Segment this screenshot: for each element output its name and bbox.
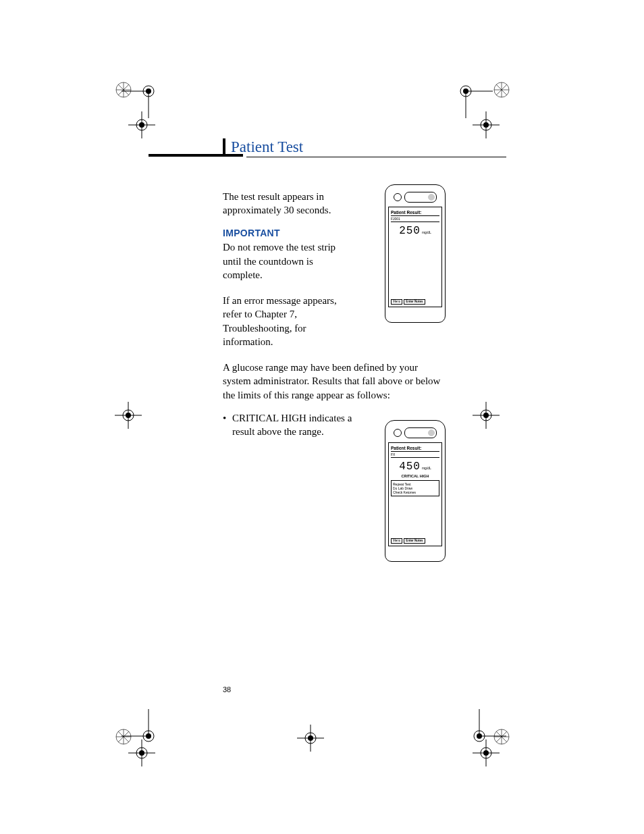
svg-point-51 [146,88,151,94]
crop-mark-icon [459,78,500,118]
svg-point-63 [477,733,482,739]
device-screen: Patient Result: FX 450 mg/dL CRITICAL HI… [388,442,442,546]
critical-label: CRITICAL HIGH [391,474,439,478]
crop-mark-icon [115,402,155,442]
reading: 450 mg/dL [391,461,439,473]
reading-unit: mg/dL [422,230,431,234]
device-top [388,427,442,438]
crop-mark-icon [297,725,338,765]
button-row: Menu Enter Notes [391,299,439,305]
svg-point-39 [139,750,144,756]
enter-notes-button: Enter Notes [404,538,425,544]
svg-point-31 [126,413,131,418]
screen-title: Patient Result: [391,210,439,216]
instruction-box: Repeat Test Do Lab Draw Check Ketones [391,480,439,496]
screen-subtitle: FJ001 [391,217,439,222]
device-illustration: Patient Result: FJ001 250 mg/dL Menu Ent… [385,184,446,323]
paragraph: If an error message appears, refer to Ch… [223,294,354,348]
menu-button: Menu [391,538,402,544]
device-top [388,192,442,203]
led-icon [394,193,402,201]
section-heading: Patient Test [223,138,462,156]
svg-point-27 [483,122,489,128]
reading-unit: mg/dL [422,466,431,470]
reading: 250 mg/dL [391,225,439,237]
svg-point-47 [308,735,313,741]
menu-button: Menu [391,299,402,305]
svg-point-59 [146,733,151,739]
crop-mark-icon [473,402,513,442]
led-icon [394,429,402,437]
instruction-line: Check Ketones [393,490,437,494]
svg-point-43 [483,750,489,756]
svg-point-23 [139,122,144,128]
section-title: Patient Test [231,138,303,156]
screen-title: Patient Result: [391,446,439,452]
strip-slot-icon [404,427,437,438]
enter-notes-button: Enter Notes [404,299,425,305]
bullet-title: CRITICAL HIGH [232,413,306,423]
bullet-item: • CRITICAL HIGH indicates a result above… [223,411,354,439]
svg-point-55 [463,88,468,94]
paragraph: A glucose range may have been defined by… [223,361,446,402]
crop-mark-icon [473,709,513,750]
paragraph: The test result appears in approximately… [223,190,354,217]
crop-mark-icon [115,709,155,750]
svg-point-35 [483,413,489,418]
device-screen: Patient Result: FJ001 250 mg/dL Menu Ent… [388,207,442,307]
crop-mark-icon [115,78,155,118]
bullet-body: CRITICAL HIGH indicates a result above t… [232,411,354,439]
page: Patient Test The test result appears in … [0,0,644,834]
paragraph: Do not remove the test strip until the c… [223,240,354,282]
device-illustration: Patient Result: FX 450 mg/dL CRITICAL HI… [385,420,446,562]
heading-bar-icon [223,138,225,156]
strip-slot-icon [404,192,437,203]
button-row: Menu Enter Notes [391,538,439,544]
bullet-icon: • [223,411,232,439]
reading-value: 450 [399,461,421,473]
screen-subtitle: FX [391,452,439,458]
reading-value: 250 [399,225,421,237]
page-number: 38 [223,685,231,694]
